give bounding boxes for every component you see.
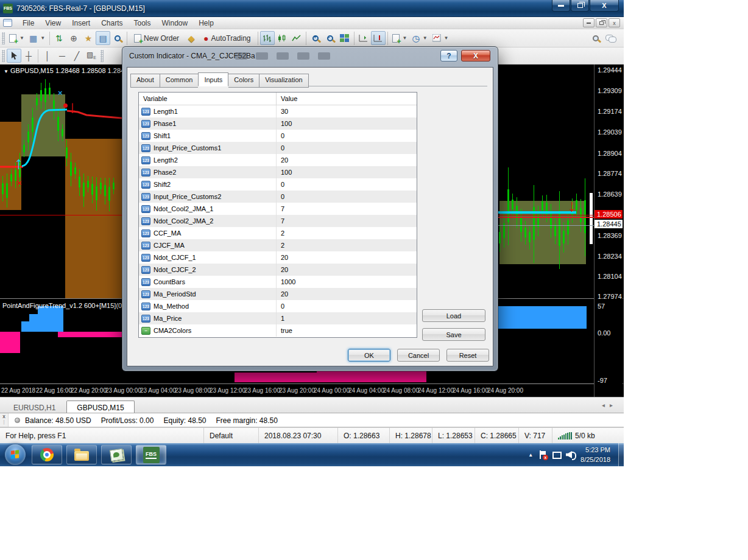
parameter-row[interactable]: 123Ndot_Cool2_JMA_27 xyxy=(139,215,417,227)
dialog-tab-inputs[interactable]: Inputs xyxy=(198,72,228,86)
line-chart-button[interactable] xyxy=(289,31,304,45)
zoom-in-button[interactable]: + xyxy=(308,31,323,45)
tab-scroll-arrows[interactable]: ◂▸ xyxy=(602,402,618,408)
mdi-close-button[interactable]: x xyxy=(609,18,620,27)
status-segment[interactable]: V: 717 xyxy=(518,428,552,443)
parameter-row[interactable]: 123CJCF_MA2 xyxy=(139,239,417,251)
menu-item-window[interactable]: Window xyxy=(157,18,194,29)
dialog-tab-colors[interactable]: Colors xyxy=(228,74,259,88)
terminal-button[interactable]: ▤ xyxy=(96,31,110,45)
parameter-value-cell[interactable]: 0 xyxy=(277,181,417,188)
parameter-value-cell[interactable]: 20 xyxy=(277,290,417,298)
parameter-row[interactable]: 123Ndot_CJCF_120 xyxy=(139,251,417,264)
parameter-value-cell[interactable]: true xyxy=(277,327,417,334)
parameter-value-cell[interactable]: 7 xyxy=(277,205,417,212)
parameter-row[interactable]: 123Length220 xyxy=(139,154,417,166)
dialog-tab-about[interactable]: About xyxy=(130,74,160,88)
dialog-tab-common[interactable]: Common xyxy=(160,74,199,88)
parameter-row[interactable]: 123Shift10 xyxy=(139,130,417,142)
parameter-value-cell[interactable]: 100 xyxy=(277,169,417,176)
parameter-value-cell[interactable]: 30 xyxy=(277,108,417,115)
menu-item-file[interactable]: File xyxy=(17,18,40,29)
toolbar-grip[interactable] xyxy=(2,50,5,62)
mdi-minimize-button[interactable] xyxy=(583,18,595,27)
price-axis[interactable]: 1.294441.293091.291741.290391.289041.287… xyxy=(594,65,623,397)
data-window-button[interactable]: ⊕ xyxy=(66,31,81,45)
start-button[interactable] xyxy=(5,444,26,465)
parameter-value-cell[interactable]: 2 xyxy=(277,229,417,237)
bar-chart-button[interactable] xyxy=(260,31,275,45)
templates-button[interactable]: ▼ xyxy=(430,31,451,45)
close-button[interactable]: X xyxy=(590,0,619,12)
search-button[interactable] xyxy=(588,31,603,45)
parameter-row[interactable]: 123Ma_Method0 xyxy=(139,300,417,312)
restore-button[interactable] xyxy=(571,0,589,12)
parameter-row[interactable]: 123CountBars1000 xyxy=(139,276,417,288)
dialog-help-button[interactable]: ? xyxy=(440,50,457,61)
menu-item-help[interactable]: Help xyxy=(193,18,219,29)
horizontal-line-button[interactable]: ─ xyxy=(55,49,69,63)
periods-button[interactable]: ◷▼ xyxy=(409,31,429,45)
tray-expand-icon[interactable]: ▲ xyxy=(528,452,533,458)
mdi-restore-button[interactable] xyxy=(596,18,607,27)
navigator-button[interactable] xyxy=(110,31,125,45)
crosshair-button[interactable]: ┼ xyxy=(21,49,36,63)
action-center-icon[interactable]: x xyxy=(538,450,546,459)
parameter-row[interactable]: 123CCF_MA2 xyxy=(139,227,417,239)
volume-icon[interactable] xyxy=(566,451,575,458)
status-segment[interactable]: L: 1.28653 xyxy=(432,428,475,443)
variable-column-header[interactable]: Variable xyxy=(139,93,277,105)
parameter-row[interactable]: ~CMA2Colorstrue xyxy=(139,324,417,337)
tile-windows-button[interactable] xyxy=(337,31,352,45)
status-segment[interactable]: O: 1.28663 xyxy=(337,428,389,443)
parameter-row[interactable]: 123Phase2100 xyxy=(139,166,417,178)
candlestick-button[interactable] xyxy=(275,31,289,45)
chart-shift-button[interactable] xyxy=(371,31,386,45)
feedback-button[interactable] xyxy=(603,31,618,45)
parameter-value-cell[interactable]: 0 xyxy=(277,132,417,139)
parameter-row[interactable]: 123Ma_PeriodStd20 xyxy=(139,288,417,300)
strategy-tester-button[interactable]: ★ xyxy=(81,31,96,45)
parameter-value-cell[interactable]: 20 xyxy=(277,266,417,273)
taskbar-chrome-button[interactable] xyxy=(32,445,62,464)
parameter-row[interactable]: 123Input_Price_Customs20 xyxy=(139,191,417,203)
parameter-row[interactable]: 123Input_Price_Customs10 xyxy=(139,142,417,154)
zoom-out-button[interactable]: - xyxy=(323,31,337,45)
taskbar-viewer-button[interactable] xyxy=(101,445,132,464)
profiles-button[interactable]: ▦▼ xyxy=(27,31,48,45)
menu-item-insert[interactable]: Insert xyxy=(66,18,96,29)
save-button[interactable]: Save xyxy=(422,328,485,341)
parameter-value-cell[interactable]: 2 xyxy=(277,242,417,249)
parameter-value-cell[interactable]: 1000 xyxy=(277,278,417,285)
parameter-value-cell[interactable]: 0 xyxy=(277,144,417,152)
cursor-button[interactable] xyxy=(7,49,21,63)
parameter-value-cell[interactable]: 20 xyxy=(277,156,417,164)
parameter-value-cell[interactable]: 1 xyxy=(277,315,417,322)
load-button[interactable]: Load xyxy=(422,309,485,322)
menu-item-view[interactable]: View xyxy=(40,18,66,29)
parameter-value-cell[interactable]: 0 xyxy=(277,193,417,200)
new-order-button[interactable]: +New Order xyxy=(129,31,184,45)
parameter-value-cell[interactable]: 0 xyxy=(277,303,417,310)
taskbar-explorer-button[interactable] xyxy=(66,445,97,464)
parameter-value-cell[interactable]: 7 xyxy=(277,217,417,225)
parameter-row[interactable]: 123Shift20 xyxy=(139,178,417,191)
show-desktop-button[interactable] xyxy=(618,443,624,466)
status-traffic[interactable]: 5/0 kb xyxy=(552,428,624,443)
market-watch-button[interactable]: ⇅ xyxy=(52,31,66,45)
tray-clock[interactable]: 5:23 PM 8/25/2018 xyxy=(580,445,610,465)
parameter-row[interactable]: 123Ndot_CJCF_220 xyxy=(139,264,417,276)
auto-scroll-button[interactable] xyxy=(356,31,371,45)
cancel-button[interactable]: Cancel xyxy=(397,349,440,362)
parameter-value-cell[interactable]: 20 xyxy=(277,254,417,261)
autotrading-button[interactable]: ●AutoTrading xyxy=(199,31,255,45)
trendline-button[interactable]: ╱ xyxy=(69,49,84,63)
parameter-row[interactable]: 123Ndot_Cool2_JMA_17 xyxy=(139,203,417,215)
parameter-row[interactable]: 123Phase1100 xyxy=(139,117,417,130)
network-icon[interactable] xyxy=(552,451,560,459)
status-segment[interactable]: C: 1.28665 xyxy=(475,428,518,443)
dialog-tab-visualization[interactable]: Visualization xyxy=(259,74,309,88)
dialog-close-button[interactable]: X xyxy=(461,50,490,61)
toolbar-grip[interactable] xyxy=(2,32,5,44)
status-segment[interactable]: Default xyxy=(203,428,258,443)
